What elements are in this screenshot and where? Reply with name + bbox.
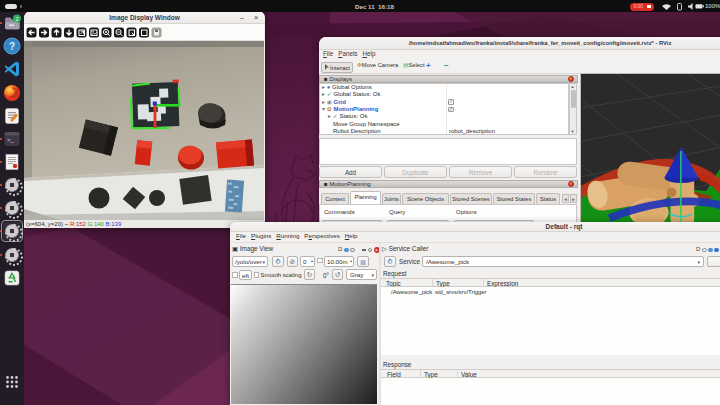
svg-text:2: 2 — [15, 16, 18, 22]
svg-text:?: ? — [9, 41, 15, 52]
svg-text:>_: >_ — [7, 137, 15, 143]
